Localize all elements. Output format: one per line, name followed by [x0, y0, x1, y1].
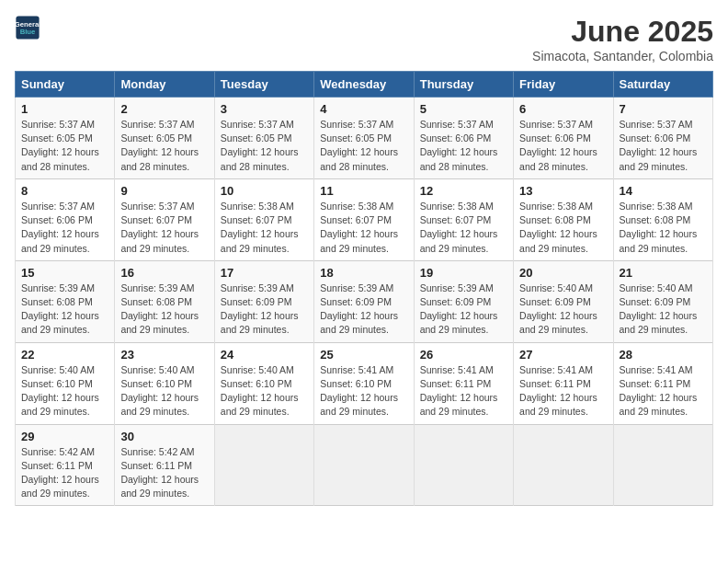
calendar-row: 22Sunrise: 5:40 AM Sunset: 6:10 PM Dayli… [16, 342, 713, 424]
day-number: 24 [221, 348, 308, 362]
day-info: Sunrise: 5:37 AM Sunset: 6:05 PM Dayligh… [21, 119, 99, 172]
day-number: 25 [320, 348, 407, 362]
calendar-row: 29Sunrise: 5:42 AM Sunset: 6:11 PM Dayli… [16, 424, 713, 506]
calendar-cell [613, 424, 712, 506]
calendar-cell: 17Sunrise: 5:39 AM Sunset: 6:09 PM Dayli… [214, 260, 313, 342]
col-header-friday: Friday [514, 72, 613, 98]
day-info: Sunrise: 5:41 AM Sunset: 6:11 PM Dayligh… [519, 364, 597, 418]
col-header-wednesday: Wednesday [314, 72, 414, 98]
day-number: 7 [620, 102, 707, 116]
calendar-row: 8Sunrise: 5:37 AM Sunset: 6:06 PM Daylig… [16, 178, 713, 260]
day-info: Sunrise: 5:38 AM Sunset: 6:07 PM Dayligh… [221, 201, 299, 254]
header-row: SundayMondayTuesdayWednesdayThursdayFrid… [16, 72, 713, 98]
day-number: 2 [120, 102, 208, 116]
day-number: 21 [620, 266, 707, 280]
day-number: 18 [320, 266, 407, 280]
title-block: June 2025 Simacota, Santander, Colombia [532, 15, 713, 63]
day-number: 4 [320, 102, 407, 116]
day-info: Sunrise: 5:39 AM Sunset: 6:08 PM Dayligh… [21, 282, 99, 336]
calendar-row: 15Sunrise: 5:39 AM Sunset: 6:08 PM Dayli… [16, 260, 713, 342]
logo: General Blue [15, 15, 40, 40]
day-number: 17 [221, 266, 308, 280]
calendar-cell: 2Sunrise: 5:37 AM Sunset: 6:05 PM Daylig… [115, 98, 214, 179]
col-header-saturday: Saturday [613, 72, 712, 98]
day-number: 1 [21, 102, 108, 116]
day-info: Sunrise: 5:37 AM Sunset: 6:06 PM Dayligh… [620, 119, 698, 172]
svg-text:Blue: Blue [20, 28, 36, 36]
calendar-cell: 15Sunrise: 5:39 AM Sunset: 6:08 PM Dayli… [16, 260, 115, 342]
calendar-cell: 23Sunrise: 5:40 AM Sunset: 6:10 PM Dayli… [115, 342, 214, 424]
day-number: 11 [320, 184, 407, 198]
logo-icon: General Blue [15, 15, 40, 40]
day-number: 3 [221, 102, 308, 116]
calendar-cell: 16Sunrise: 5:39 AM Sunset: 6:08 PM Dayli… [115, 260, 214, 342]
calendar-cell: 8Sunrise: 5:37 AM Sunset: 6:06 PM Daylig… [16, 178, 115, 260]
calendar-cell: 13Sunrise: 5:38 AM Sunset: 6:08 PM Dayli… [514, 178, 613, 260]
calendar-cell [314, 424, 414, 506]
day-number: 22 [21, 348, 108, 362]
calendar-cell: 3Sunrise: 5:37 AM Sunset: 6:05 PM Daylig… [214, 98, 313, 179]
day-info: Sunrise: 5:37 AM Sunset: 6:07 PM Dayligh… [120, 201, 199, 254]
calendar-cell [414, 424, 513, 506]
calendar-row: 1Sunrise: 5:37 AM Sunset: 6:05 PM Daylig… [16, 98, 713, 179]
day-number: 20 [519, 266, 607, 280]
day-number: 13 [519, 184, 607, 198]
day-number: 29 [21, 430, 108, 443]
col-header-monday: Monday [115, 72, 214, 98]
day-info: Sunrise: 5:40 AM Sunset: 6:09 PM Dayligh… [519, 282, 597, 336]
calendar-cell: 11Sunrise: 5:38 AM Sunset: 6:07 PM Dayli… [314, 178, 414, 260]
day-number: 14 [620, 184, 707, 198]
day-number: 10 [221, 184, 308, 198]
calendar-cell: 9Sunrise: 5:37 AM Sunset: 6:07 PM Daylig… [115, 178, 214, 260]
day-number: 27 [519, 348, 607, 362]
day-info: Sunrise: 5:41 AM Sunset: 6:10 PM Dayligh… [320, 364, 398, 418]
day-info: Sunrise: 5:37 AM Sunset: 6:06 PM Dayligh… [21, 201, 99, 254]
day-info: Sunrise: 5:38 AM Sunset: 6:08 PM Dayligh… [620, 201, 698, 254]
calendar-cell: 20Sunrise: 5:40 AM Sunset: 6:09 PM Dayli… [514, 260, 613, 342]
col-header-thursday: Thursday [414, 72, 513, 98]
calendar-cell: 4Sunrise: 5:37 AM Sunset: 6:05 PM Daylig… [314, 98, 414, 179]
calendar-cell: 10Sunrise: 5:38 AM Sunset: 6:07 PM Dayli… [214, 178, 313, 260]
day-info: Sunrise: 5:40 AM Sunset: 6:09 PM Dayligh… [620, 282, 698, 336]
day-info: Sunrise: 5:40 AM Sunset: 6:10 PM Dayligh… [221, 364, 299, 418]
day-number: 5 [420, 102, 507, 116]
day-info: Sunrise: 5:38 AM Sunset: 6:08 PM Dayligh… [519, 201, 597, 254]
calendar-cell: 25Sunrise: 5:41 AM Sunset: 6:10 PM Dayli… [314, 342, 414, 424]
day-number: 12 [420, 184, 507, 198]
day-number: 28 [620, 348, 707, 362]
day-info: Sunrise: 5:42 AM Sunset: 6:11 PM Dayligh… [21, 446, 99, 500]
calendar-cell: 19Sunrise: 5:39 AM Sunset: 6:09 PM Dayli… [414, 260, 513, 342]
day-info: Sunrise: 5:38 AM Sunset: 6:07 PM Dayligh… [420, 201, 498, 254]
day-info: Sunrise: 5:37 AM Sunset: 6:05 PM Dayligh… [221, 119, 299, 172]
day-info: Sunrise: 5:42 AM Sunset: 6:11 PM Dayligh… [120, 446, 199, 500]
day-info: Sunrise: 5:39 AM Sunset: 6:09 PM Dayligh… [221, 282, 299, 336]
day-number: 6 [519, 102, 607, 116]
day-number: 23 [120, 348, 208, 362]
day-info: Sunrise: 5:37 AM Sunset: 6:05 PM Dayligh… [320, 119, 398, 172]
calendar-cell: 24Sunrise: 5:40 AM Sunset: 6:10 PM Dayli… [214, 342, 313, 424]
calendar-cell: 5Sunrise: 5:37 AM Sunset: 6:06 PM Daylig… [414, 98, 513, 179]
calendar-cell: 7Sunrise: 5:37 AM Sunset: 6:06 PM Daylig… [613, 98, 712, 179]
day-number: 8 [21, 184, 108, 198]
col-header-tuesday: Tuesday [214, 72, 313, 98]
col-header-sunday: Sunday [16, 72, 115, 98]
day-number: 19 [420, 266, 507, 280]
day-number: 15 [21, 266, 108, 280]
day-info: Sunrise: 5:37 AM Sunset: 6:05 PM Dayligh… [120, 119, 199, 172]
page-header: General Blue June 2025 Simacota, Santand… [15, 15, 713, 63]
day-number: 16 [120, 266, 208, 280]
calendar-cell: 21Sunrise: 5:40 AM Sunset: 6:09 PM Dayli… [613, 260, 712, 342]
calendar-cell: 28Sunrise: 5:41 AM Sunset: 6:11 PM Dayli… [613, 342, 712, 424]
day-info: Sunrise: 5:41 AM Sunset: 6:11 PM Dayligh… [420, 364, 498, 418]
calendar-cell: 27Sunrise: 5:41 AM Sunset: 6:11 PM Dayli… [514, 342, 613, 424]
calendar-cell: 1Sunrise: 5:37 AM Sunset: 6:05 PM Daylig… [16, 98, 115, 179]
calendar-cell: 26Sunrise: 5:41 AM Sunset: 6:11 PM Dayli… [414, 342, 513, 424]
calendar-cell: 30Sunrise: 5:42 AM Sunset: 6:11 PM Dayli… [115, 424, 214, 506]
day-info: Sunrise: 5:39 AM Sunset: 6:09 PM Dayligh… [420, 282, 498, 336]
calendar-cell [514, 424, 613, 506]
svg-text:General: General [15, 20, 40, 29]
calendar-cell: 6Sunrise: 5:37 AM Sunset: 6:06 PM Daylig… [514, 98, 613, 179]
day-info: Sunrise: 5:40 AM Sunset: 6:10 PM Dayligh… [120, 364, 199, 418]
day-info: Sunrise: 5:39 AM Sunset: 6:09 PM Dayligh… [320, 282, 398, 336]
day-number: 26 [420, 348, 507, 362]
